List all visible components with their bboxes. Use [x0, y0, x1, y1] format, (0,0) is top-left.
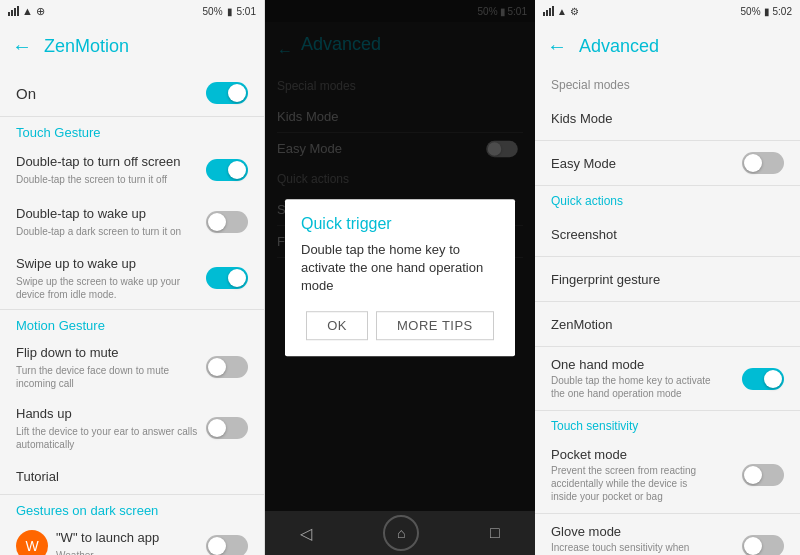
right-pocket-text: Pocket mode Prevent the screen from reac… — [551, 447, 711, 503]
right-zenmotion-title: ZenMotion — [551, 317, 612, 332]
hands-up-title: Hands up — [16, 406, 198, 423]
right-title: Advanced — [579, 36, 659, 57]
right-pocket-title: Pocket mode — [551, 447, 711, 462]
double-tap-wake-item: Double-tap to wake up Double-tap a dark … — [0, 196, 264, 248]
double-tap-off-item: Double-tap to turn off screen Double-tap… — [0, 144, 264, 196]
flip-mute-toggle[interactable] — [206, 356, 248, 378]
double-tap-wake-text: Double-tap to wake up Double-tap a dark … — [16, 206, 206, 238]
qt-more-tips-button[interactable]: MORE TIPS — [376, 311, 494, 340]
right-battery: 50% — [741, 6, 761, 17]
right-one-hand-text: One hand mode Double tap the home key to… — [551, 357, 711, 400]
qt-ok-button[interactable]: OK — [306, 311, 368, 340]
hands-up-desc: Lift the device to your ear to answer ca… — [16, 425, 198, 451]
gestures-dark-header: Gestures on dark screen — [0, 495, 264, 522]
on-toggle-row: On — [0, 70, 264, 116]
hands-up-toggle[interactable] — [206, 417, 248, 439]
right-settings-icon: ⚙ — [570, 6, 579, 17]
w-gesture-title: "W" to launch app — [56, 530, 198, 547]
right-easy-mode-title: Easy Mode — [551, 156, 616, 171]
page-title: ZenMotion — [44, 36, 129, 57]
back-nav-icon[interactable]: ◁ — [300, 524, 312, 543]
left-top-bar: ← ZenMotion — [0, 22, 264, 70]
left-status-icons: ▲ ⊕ — [8, 5, 45, 18]
swipe-up-desc: Swipe up the screen to wake up your devi… — [16, 275, 198, 301]
on-label: On — [16, 85, 36, 102]
qt-desc: Double tap the home key to activate the … — [301, 241, 499, 296]
w-gesture-desc: Weather — [56, 549, 198, 555]
right-zenmotion-item[interactable]: ZenMotion — [535, 302, 800, 346]
right-easy-mode-row: Easy Mode — [535, 141, 800, 185]
w-gesture-item: W "W" to launch app Weather — [0, 522, 264, 555]
right-glove-title: Glove mode — [551, 524, 711, 539]
qt-title: Quick trigger — [301, 215, 499, 233]
back-button[interactable]: ← — [12, 35, 32, 58]
battery-text: 50% — [203, 6, 223, 17]
right-status-right: 50% ▮ 5:02 — [741, 6, 792, 17]
left-panel: ▲ ⊕ 50% ▮ 5:01 ← ZenMotion On Touch Gest… — [0, 0, 265, 555]
home-nav-button[interactable]: ⌂ — [383, 515, 419, 551]
right-glove-toggle[interactable] — [742, 535, 784, 556]
right-glove-desc: Increase touch sensitivity when wearing … — [551, 541, 711, 555]
motion-gesture-header: Motion Gesture — [0, 310, 264, 337]
swipe-up-item: Swipe up to wake up Swipe up the screen … — [0, 248, 264, 309]
double-tap-off-title: Double-tap to turn off screen — [16, 154, 198, 171]
flip-mute-title: Flip down to mute — [16, 345, 198, 362]
flip-mute-text: Flip down to mute Turn the device face d… — [16, 345, 206, 390]
right-top-bar: ← Advanced — [535, 22, 800, 70]
double-tap-wake-toggle[interactable] — [206, 211, 248, 233]
tutorial-item[interactable]: Tutorial — [0, 459, 264, 494]
swipe-up-toggle[interactable] — [206, 267, 248, 289]
w-gesture-icon: W — [16, 530, 48, 555]
right-screenshot-item[interactable]: Screenshot — [535, 212, 800, 256]
left-status-right: 50% ▮ 5:01 — [203, 6, 256, 17]
swipe-up-text: Swipe up to wake up Swipe up the screen … — [16, 256, 206, 301]
on-toggle[interactable] — [206, 82, 248, 104]
right-easy-mode-toggle[interactable] — [742, 152, 784, 174]
right-pocket-desc: Prevent the screen from reacting acciden… — [551, 464, 711, 503]
right-quick-actions-header: Quick actions — [535, 186, 800, 212]
right-fingerprint-title: Fingerprint gesture — [551, 272, 660, 287]
middle-panel: 50% ▮ 5:01 ← Advanced Special modes Kids… — [265, 0, 535, 555]
flip-mute-desc: Turn the device face down to mute incomi… — [16, 364, 198, 390]
swipe-up-title: Swipe up to wake up — [16, 256, 198, 273]
right-glove-text: Glove mode Increase touch sensitivity wh… — [551, 524, 711, 555]
right-battery-icon: ▮ — [764, 6, 770, 17]
w-gesture-text: "W" to launch app Weather — [56, 530, 206, 555]
right-status-bar: ▲ ⚙ 50% ▮ 5:02 — [535, 0, 800, 22]
right-special-modes-header: Special modes — [535, 70, 800, 96]
right-screenshot-title: Screenshot — [551, 227, 617, 242]
time-text: 5:01 — [237, 6, 256, 17]
right-panel: ▲ ⚙ 50% ▮ 5:02 ← Advanced Special modes … — [535, 0, 800, 555]
qt-buttons: OK MORE TIPS — [301, 311, 499, 340]
right-one-hand-desc: Double tap the home key to activate the … — [551, 374, 711, 400]
wifi-icon: ▲ — [22, 5, 33, 17]
right-time: 5:02 — [773, 6, 792, 17]
double-tap-off-desc: Double-tap the screen to turn it off — [16, 173, 198, 186]
right-fingerprint-item[interactable]: Fingerprint gesture — [535, 257, 800, 301]
tutorial-label: Tutorial — [16, 469, 59, 484]
w-gesture-toggle[interactable] — [206, 535, 248, 555]
double-tap-off-text: Double-tap to turn off screen Double-tap… — [16, 154, 206, 186]
home-icon: ⌂ — [397, 525, 405, 541]
right-signal-icon — [543, 6, 554, 16]
quick-trigger-card: Quick trigger Double tap the home key to… — [285, 199, 515, 357]
right-back-button[interactable]: ← — [547, 35, 567, 58]
right-wifi-icon: ▲ — [557, 6, 567, 17]
right-kids-mode[interactable]: Kids Mode — [535, 96, 800, 140]
right-kids-mode-title: Kids Mode — [551, 111, 612, 126]
right-one-hand-toggle[interactable] — [742, 368, 784, 390]
hands-up-text: Hands up Lift the device to your ear to … — [16, 406, 206, 451]
double-tap-off-toggle[interactable] — [206, 159, 248, 181]
right-pocket-toggle[interactable] — [742, 464, 784, 486]
right-touch-sensitivity-header: Touch sensitivity — [535, 411, 800, 437]
right-one-hand-mode: One hand mode Double tap the home key to… — [535, 347, 800, 410]
signal-icon — [8, 6, 19, 16]
right-status-left: ▲ ⚙ — [543, 6, 579, 17]
double-tap-wake-title: Double-tap to wake up — [16, 206, 198, 223]
battery-icon: ▮ — [227, 6, 233, 17]
left-status-bar: ▲ ⊕ 50% ▮ 5:01 — [0, 0, 264, 22]
double-tap-wake-desc: Double-tap a dark screen to turn it on — [16, 225, 198, 238]
bottom-nav: ◁ ⌂ □ — [265, 511, 535, 555]
recent-nav-icon[interactable]: □ — [490, 524, 500, 542]
right-pocket-mode: Pocket mode Prevent the screen from reac… — [535, 437, 800, 513]
